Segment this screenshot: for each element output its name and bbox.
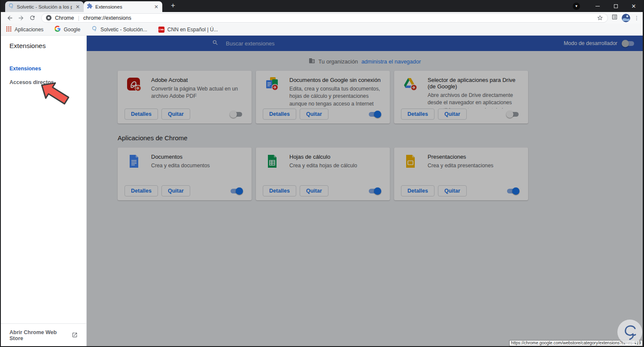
details-button[interactable]: Detalles [125,109,158,120]
google-docs-offline-icon [264,77,280,92]
details-button[interactable]: Detalles [125,185,158,196]
extensions-content: Tu organización administra el navegador [87,51,643,347]
extension-name: Adobe Acrobat [151,77,245,83]
app-card-docs: Documentos Crea y edita documentos Detal… [118,148,252,200]
tab-solvetic[interactable]: Solvetic - Solución a los problem ✕ [5,1,84,12]
app-name: Hojas de cálculo [289,154,357,160]
app-toggle[interactable] [507,189,519,193]
extension-name: Selector de aplicaciones para Drive (de … [428,77,521,90]
bookmark-solvetic[interactable]: Solvetic - Solución... [91,26,147,33]
extension-card-docs-offline: Documentos de Google sin conexión Edita,… [256,71,390,124]
solvetic-watermark [617,320,642,344]
drive-app-selector-icon [403,77,418,92]
extension-description: Abre archivos de Drive directamente desd… [428,92,521,109]
bookmark-apps[interactable]: Aplicaciones [6,26,43,33]
forward-icon[interactable] [15,13,27,23]
bookmark-label: Google [64,27,80,33]
google-sheets-icon [264,154,280,169]
app-toggle[interactable] [369,189,380,193]
page-title: Extensiones [1,36,86,50]
app-card-sheets: Hojas de cálculo Crea y edita hojas de c… [256,148,390,200]
tab-title: Extensiones [95,4,151,9]
extension-toggle[interactable] [231,112,242,117]
search-icon [212,39,219,48]
tab-title: Solvetic - Solución a los problem [17,4,72,9]
extension-toggle[interactable] [507,112,519,117]
app-description: Crea y edita hojas de cálculo [289,162,357,169]
remove-button[interactable]: Quitar [438,185,467,196]
app-name: Presentaciones [428,154,493,160]
app-name: Documentos [151,154,210,160]
side-panel-icon[interactable] [611,14,618,22]
restore-button[interactable] [607,0,625,12]
google-slides-icon [403,154,418,169]
managed-browser-banner: Tu organización administra el navegador [87,51,643,71]
solvetic-icon [91,26,97,33]
search-field[interactable]: Buscar extensiones [212,39,274,48]
tab-strip: Solvetic - Solución a los problem ✕ Exte… [1,0,643,12]
extension-description: Edita, crea y consulta tus documentos, h… [289,85,383,108]
browser-toolbar: Chrome | chrome://extensions ⋮ [1,12,643,24]
apps-grid-icon [6,26,12,33]
profile-avatar[interactable] [622,14,630,22]
back-icon[interactable] [4,13,15,23]
google-docs-icon [126,154,142,169]
bookmark-label: Solvetic - Solución... [100,27,147,33]
red-arrow-annotation [38,80,71,108]
app-description: Crea y edita documentos [151,162,210,169]
bookmark-star-icon[interactable] [597,15,603,21]
tab-extensions[interactable]: Extensiones ✕ [84,1,162,12]
toolbar-right-icons: ⋮ [611,14,639,22]
extension-toggle[interactable] [369,112,380,117]
tab-close-icon[interactable]: ✕ [153,4,159,10]
app-card-slides: Presentaciones Crea y edita presentacion… [394,148,528,200]
remove-button[interactable]: Quitar [161,109,190,120]
extensions-row: Adobe Acrobat Convertir la página Web ac… [118,71,529,124]
bookmark-google[interactable]: Google [55,26,80,33]
address-url: chrome://extensions [83,15,131,21]
tab-close-icon[interactable]: ✕ [75,4,81,10]
update-indicator-icon[interactable]: ▼ [573,3,580,10]
details-button[interactable]: Detalles [401,109,434,120]
address-separator: | [78,15,79,21]
bookmark-label: Aplicaciones [15,27,43,33]
close-button[interactable]: ✕ [625,0,643,12]
window-controls: ▼ ✕ [573,0,643,12]
developer-mode-control: Modo de desarrollador [564,40,643,46]
reload-icon[interactable] [27,13,38,23]
details-button[interactable]: Detalles [401,185,434,196]
address-bar[interactable]: Chrome | chrome://extensions [41,13,608,23]
extensions-toolbar: Buscar extensiones Modo de desarrollador [87,36,643,51]
extension-name: Documentos de Google sin conexión [289,77,383,83]
app-toggle[interactable] [231,189,242,193]
extension-description: Convertir la página Web actual en un arc… [151,85,245,100]
managed-text: Tu organización [319,58,358,65]
new-tab-button[interactable]: + [168,1,178,10]
developer-mode-label: Modo de desarrollador [564,40,617,46]
browser-window: Solvetic - Solución a los problem ✕ Exte… [0,0,644,347]
apps-row: Documentos Crea y edita documentos Detal… [118,148,529,200]
remove-button[interactable]: Quitar [161,185,190,196]
developer-mode-toggle[interactable] [623,41,634,46]
organization-building-icon [309,57,315,65]
remove-button[interactable]: Quitar [300,109,328,120]
site-label: Chrome [55,15,74,21]
menu-kebab-icon[interactable]: ⋮ [634,17,639,19]
details-button[interactable]: Detalles [263,109,296,120]
extension-card-adobe-acrobat: Adobe Acrobat Convertir la página Web ac… [118,71,252,124]
remove-button[interactable]: Quitar [300,185,328,196]
webstore-label: Abrir Chrome Web Store [9,329,72,341]
remove-button[interactable]: Quitar [438,109,467,120]
bookmark-cnn[interactable]: CNN CNN en Español | Ú... [158,27,218,33]
details-button[interactable]: Detalles [263,185,296,196]
sidebar-item-extensions[interactable]: Extensiones [1,62,86,75]
managed-link[interactable]: administra el navegador [361,58,421,65]
extensions-page: Extensiones Extensiones Accesos directos… [1,36,643,347]
google-g-icon [55,26,61,33]
search-placeholder: Buscar extensiones [226,40,274,47]
app-description: Crea y edita presentaciones [428,162,493,169]
minimize-button[interactable] [589,0,607,12]
solvetic-favicon-icon [8,3,14,11]
open-webstore-link[interactable]: Abrir Chrome Web Store [1,323,86,347]
extensions-sidebar: Extensiones Extensiones Accesos directos… [1,36,87,347]
